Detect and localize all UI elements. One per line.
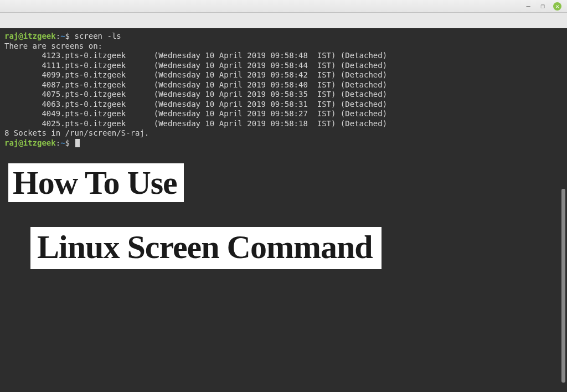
prompt-separator: :	[56, 32, 60, 40]
close-button[interactable]: ✕	[553, 2, 561, 11]
prompt-symbol: $	[65, 32, 70, 40]
maximize-button[interactable]: ❐	[539, 2, 547, 10]
prompt-user-host: raj@itzgeek	[4, 138, 56, 147]
window-titlebar: – ❐ ✕	[0, 0, 567, 13]
minimize-button[interactable]: –	[524, 2, 532, 10]
prompt-path: ~	[60, 138, 65, 147]
terminal[interactable]: raj@itzgeek:~$ screen -ls There are scre…	[0, 13, 567, 392]
title-overlay-line1: How To Use	[8, 163, 184, 202]
prompt-separator: :	[56, 138, 60, 147]
prompt-user-host: raj@itzgeek	[4, 32, 56, 40]
output-footer: 8 Sockets in /run/screen/S-raj.	[4, 128, 149, 137]
session-list: 4123.pts-0.itzgeek (Wednesday 10 April 2…	[4, 51, 387, 128]
cursor-icon	[75, 139, 80, 147]
output-header: There are screens on:	[4, 42, 102, 50]
prompt-path: ~	[60, 32, 65, 40]
title-overlay-line2: Linux Screen Command	[30, 227, 382, 269]
command-text: screen -ls	[74, 32, 121, 40]
prompt-symbol: $	[65, 138, 70, 147]
scrollbar[interactable]	[561, 189, 565, 383]
